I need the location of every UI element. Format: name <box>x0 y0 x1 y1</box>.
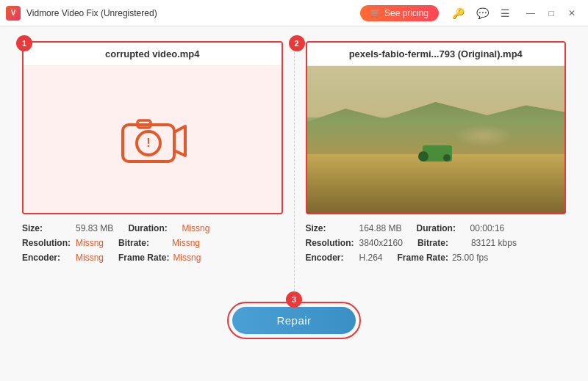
repair-container: 3 Repair <box>227 302 360 339</box>
app-logo: V <box>6 6 21 21</box>
left-encoder-value: Missng <box>76 253 104 263</box>
left-video-box: corrupted video.mp4 ! <box>22 41 283 214</box>
right-encoder-item: Encoder: H.264 <box>306 253 383 263</box>
left-framerate-value: Missng <box>173 253 201 263</box>
right-video-preview <box>307 66 565 213</box>
left-size-item: Size: 59.83 MB <box>22 223 113 233</box>
left-meta-row-1: Size: 59.83 MB Duration: Missng <box>22 223 283 233</box>
restore-button[interactable]: □ <box>541 3 562 23</box>
left-bitrate-item: Bitrate: Missng <box>118 238 200 248</box>
right-resolution-item: Resolution: 3840x2160 <box>306 238 403 248</box>
titlebar-actions: 🛒 See pricing 🔑 💬 ☰ — □ ✕ <box>360 3 582 23</box>
right-framerate-label: Frame Rate: <box>398 253 448 263</box>
svg-marker-4 <box>174 126 185 156</box>
right-size-value: 164.88 MB <box>359 223 402 233</box>
right-bitrate-item: Bitrate: 83121 kbps <box>417 238 517 248</box>
left-size-label: Size: <box>22 223 72 233</box>
thumbnail-dust <box>454 125 513 147</box>
app-title: Vidmore Video Fix (Unregistered) <box>26 8 157 18</box>
right-resolution-label: Resolution: <box>306 238 356 248</box>
left-encoder-label: Encoder: <box>22 253 72 263</box>
right-duration-item: Duration: 00:00:16 <box>417 223 505 233</box>
left-panel: 1 corrupted video.mp4 ! <box>22 41 294 291</box>
thumbnail-ground <box>307 154 565 213</box>
left-resolution-label: Resolution: <box>22 238 72 248</box>
right-size-label: Size: <box>306 223 356 233</box>
right-meta-row-2: Resolution: 3840x2160 Bitrate: 83121 kbp… <box>306 238 567 248</box>
right-panel-number: 2 <box>289 35 305 51</box>
left-panel-number: 1 <box>16 35 32 51</box>
right-framerate-item: Frame Rate: 25.00 fps <box>398 253 489 263</box>
right-video-title: pexels-fabio-fermi...793 (Original).mp4 <box>307 43 565 66</box>
right-encoder-value: H.264 <box>359 253 383 263</box>
pricing-button[interactable]: 🛒 See pricing <box>360 5 439 21</box>
chat-icon[interactable]: 💬 <box>473 6 492 21</box>
right-encoder-label: Encoder: <box>306 253 356 263</box>
left-framerate-label: Frame Rate: <box>118 253 169 263</box>
left-duration-value: Missng <box>182 223 209 233</box>
right-meta-row-3: Encoder: H.264 Frame Rate: 25.00 fps <box>306 253 567 263</box>
repair-number: 3 <box>286 291 302 308</box>
menu-icon[interactable]: ☰ <box>498 6 513 21</box>
left-duration-item: Duration: Missng <box>128 223 209 233</box>
right-panel: 2 pexels-fabio-fermi...793 (Original).mp… <box>294 41 567 291</box>
left-encoder-item: Encoder: Missng <box>22 253 104 263</box>
titlebar-left: V Vidmore Video Fix (Unregistered) <box>6 6 157 21</box>
left-resolution-value: Missng <box>76 238 104 248</box>
cart-icon: 🛒 <box>370 8 381 18</box>
left-metadata: Size: 59.83 MB Duration: Missng Resoluti… <box>22 223 283 263</box>
right-metadata: Size: 164.88 MB Duration: 00:00:16 Resol… <box>306 223 567 263</box>
left-bitrate-label: Bitrate: <box>118 238 168 248</box>
left-video-title: corrupted video.mp4 <box>24 43 282 66</box>
right-resolution-value: 3840x2160 <box>359 238 403 248</box>
left-meta-row-2: Resolution: Missng Bitrate: Missng <box>22 238 283 248</box>
right-size-item: Size: 164.88 MB <box>306 223 402 233</box>
right-bitrate-value: 83121 kbps <box>471 238 517 248</box>
titlebar: V Vidmore Video Fix (Unregistered) 🛒 See… <box>0 0 588 26</box>
broken-camera-icon: ! <box>112 110 193 169</box>
left-video-preview: ! <box>24 66 282 213</box>
window-controls: — □ ✕ <box>520 3 582 23</box>
main-content: 1 corrupted video.mp4 ! <box>0 26 588 381</box>
bottom-area: 3 Repair <box>22 291 566 343</box>
right-duration-value: 00:00:16 <box>470 223 505 233</box>
panels-row: 1 corrupted video.mp4 ! <box>22 41 566 291</box>
landscape-thumbnail <box>307 66 565 213</box>
right-video-box: pexels-fabio-fermi...793 (Original).mp4 <box>306 41 567 214</box>
left-framerate-item: Frame Rate: Missng <box>118 253 201 263</box>
right-framerate-value: 25.00 fps <box>452 253 488 263</box>
right-duration-label: Duration: <box>417 223 467 233</box>
left-duration-label: Duration: <box>128 223 178 233</box>
left-size-value: 59.83 MB <box>76 223 113 233</box>
svg-text:!: ! <box>147 137 151 149</box>
left-meta-row-3: Encoder: Missng Frame Rate: Missng <box>22 253 283 263</box>
right-bitrate-label: Bitrate: <box>417 238 467 248</box>
thumbnail-tractor <box>423 145 452 162</box>
key-icon[interactable]: 🔑 <box>449 6 467 21</box>
repair-button[interactable]: Repair <box>232 307 355 334</box>
left-resolution-item: Resolution: Missng <box>22 238 104 248</box>
minimize-button[interactable]: — <box>520 3 541 23</box>
left-bitrate-value: Missng <box>172 238 200 248</box>
close-button[interactable]: ✕ <box>562 3 582 23</box>
pricing-label: See pricing <box>384 8 429 18</box>
right-meta-row-1: Size: 164.88 MB Duration: 00:00:16 <box>306 223 567 233</box>
titlebar-icons: 🔑 💬 ☰ <box>449 6 513 21</box>
